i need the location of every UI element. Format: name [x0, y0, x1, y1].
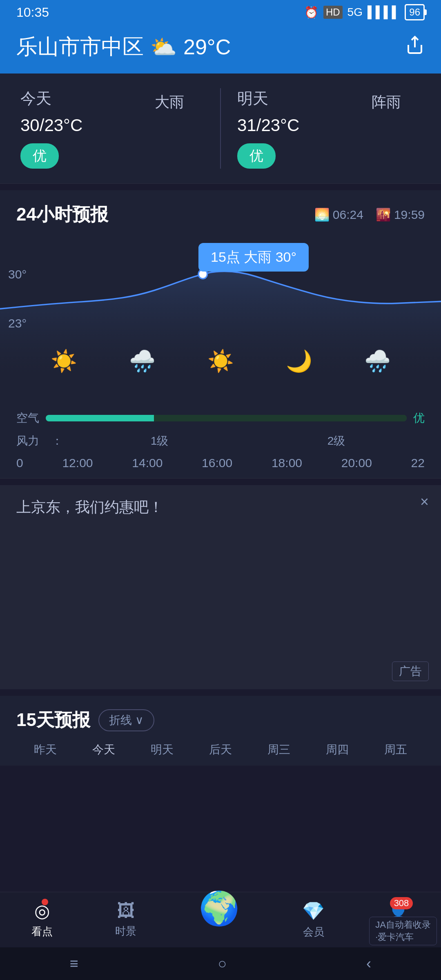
- today-block: 今天 30/23°C 优: [20, 88, 135, 169]
- tomorrow-condition: 阵雨: [352, 92, 421, 112]
- hd-icon: HD: [323, 6, 343, 19]
- center-globe-button[interactable]: 🌍: [199, 888, 240, 929]
- system-nav: ≡ ○ ‹: [0, 947, 441, 980]
- signal-icon: ▌▌▌▌: [368, 6, 400, 19]
- day-item-today: 今天: [75, 742, 133, 757]
- nav-item-huiyuan[interactable]: 💎 会员: [302, 900, 325, 939]
- nav-item-kandian[interactable]: ◎ 看点: [31, 900, 53, 939]
- huiyuan-label: 会员: [303, 925, 324, 939]
- divider: [220, 88, 221, 169]
- back-button[interactable]: ‹: [366, 955, 371, 972]
- today-label: 今天: [20, 88, 135, 109]
- wind-row: 风力 ： 1级 2级: [0, 430, 441, 452]
- kandian-label: 看点: [31, 924, 53, 939]
- time-1200: 12:00: [62, 456, 93, 470]
- section-header: 24小时预报 🌅 06:24 🌇 19:59: [0, 203, 441, 235]
- ad-banner[interactable]: 上京东，我们约惠吧！ × 广告: [0, 485, 441, 689]
- day-item-wed: 周三: [249, 742, 308, 757]
- today-temp: 30/23°C: [20, 116, 135, 135]
- watermark: JA自动着收录·爱卡汽车: [369, 917, 437, 945]
- line-toggle-button[interactable]: 折线 ∨: [98, 709, 154, 731]
- battery-indicator: 96: [405, 4, 425, 20]
- air-label: 空气: [16, 410, 39, 426]
- forecast-title: 24小时预报: [16, 203, 108, 227]
- ad-label: 广告: [392, 662, 429, 681]
- days-row: 昨天 今天 明天 后天 周三 周四 周五: [16, 742, 425, 757]
- wind-scale-2: 2级: [327, 433, 345, 449]
- current-weather-icon: ⛅: [150, 35, 177, 60]
- daily-summary: 今天 30/23°C 优 大雨 明天 31/23°C 优 阵雨: [0, 74, 441, 184]
- huiyuan-icon: 💎: [302, 900, 325, 922]
- day-item-fri: 周五: [366, 742, 425, 757]
- temp-high-label: 30°: [8, 267, 27, 281]
- today-aqi-badge: 优: [20, 143, 59, 169]
- day-item-yesterday: 昨天: [16, 742, 75, 757]
- aqi-bar-row: 空气 优: [0, 406, 441, 430]
- wi-moon: 🌙: [286, 349, 312, 374]
- time-2000: 20:00: [341, 456, 372, 470]
- network-icon: 5G: [347, 6, 363, 19]
- forecast15-title: 15天预报: [16, 708, 90, 732]
- wi-sunny1: ☀️: [51, 349, 77, 374]
- wind-label: 风力: [16, 433, 39, 449]
- aqi-bar: [46, 415, 407, 421]
- time-1600: 16:00: [202, 456, 232, 470]
- app-header: 乐山市市中区 ⛅ 29°C: [0, 24, 441, 74]
- status-icons: ⏰ HD 5G ▌▌▌▌ 96: [304, 4, 425, 20]
- wind-scale: 1级 2级: [71, 433, 425, 449]
- share-button[interactable]: [405, 35, 425, 59]
- sunrise-icon: 🌅: [314, 207, 330, 222]
- sunset-icon: 🌇: [376, 207, 391, 222]
- hourly-forecast-section: 24小时预报 🌅 06:24 🌇 19:59 15点 大雨 30° 30° 23…: [0, 190, 441, 479]
- temperature-chart: 15点 大雨 30° 30° 23° ☀️ 🌧️ ☀️ 🌙 🌧️: [0, 235, 441, 406]
- tomorrow-aqi-badge: 优: [237, 143, 276, 169]
- today-condition: 大雨: [135, 92, 204, 112]
- ad-close-button[interactable]: ×: [420, 493, 429, 510]
- wi-rainy: 🌧️: [129, 349, 156, 374]
- me-badge: 308: [390, 897, 413, 909]
- temp-low-label: 23°: [8, 316, 27, 330]
- tomorrow-block: 明天 31/23°C 优: [237, 88, 352, 169]
- aqi-good-label: 优: [413, 410, 425, 426]
- tomorrow-label: 明天: [237, 88, 352, 109]
- ad-text: 上京东，我们约惠吧！: [16, 499, 163, 515]
- sunset-time: 🌇 19:59: [376, 207, 425, 222]
- status-bar: 10:35 ⏰ HD 5G ▌▌▌▌ 96: [0, 0, 441, 24]
- location-name: 乐山市市中区: [16, 33, 144, 61]
- forecast15-section: 15天预报 折线 ∨ 昨天 今天 明天 后天 周三 周四 周五: [0, 696, 441, 766]
- tomorrow-temp: 31/23°C: [237, 116, 352, 135]
- time-display: 10:35: [16, 5, 49, 20]
- shijing-label: 时景: [115, 924, 136, 938]
- forecast15-header: 15天预报 折线 ∨: [16, 708, 425, 732]
- shijing-icon: 🖼: [117, 900, 135, 921]
- wi-cloudy-rain: 🌧️: [364, 349, 391, 374]
- current-temperature: 29°C: [183, 35, 231, 59]
- time-22: 22: [411, 456, 425, 470]
- globe-icon: 🌍: [199, 889, 240, 928]
- hourly-weather-icons: ☀️ 🌧️ ☀️ 🌙 🌧️: [0, 349, 441, 374]
- day-item-thu: 周四: [308, 742, 366, 757]
- sun-times: 🌅 06:24 🌇 19:59: [314, 207, 425, 222]
- day-item-tomorrow: 明天: [133, 742, 192, 757]
- time-1800: 18:00: [272, 456, 302, 470]
- chart-tooltip: 15点 大雨 30°: [198, 243, 309, 272]
- aqi-segment: [46, 415, 154, 421]
- wi-sunny2: ☀️: [207, 349, 234, 374]
- location-info: 乐山市市中区 ⛅ 29°C: [16, 33, 231, 61]
- chevron-down-icon: ∨: [135, 713, 144, 727]
- time-axis: 0 12:00 14:00 16:00 18:00 20:00 22: [0, 452, 441, 479]
- time-0: 0: [16, 456, 23, 470]
- time-1400: 14:00: [132, 456, 163, 470]
- day-item-aftertomorrow: 后天: [192, 742, 250, 757]
- home-button[interactable]: ○: [218, 955, 227, 972]
- alarm-icon: ⏰: [304, 6, 318, 19]
- nav-item-center[interactable]: 🌍: [199, 900, 240, 939]
- kandian-dot: [42, 899, 48, 905]
- nav-item-shijing[interactable]: 🖼 时景: [115, 900, 136, 939]
- menu-button[interactable]: ≡: [70, 955, 78, 972]
- wind-scale-1: 1级: [151, 433, 169, 449]
- sunrise-time: 🌅 06:24: [314, 207, 363, 222]
